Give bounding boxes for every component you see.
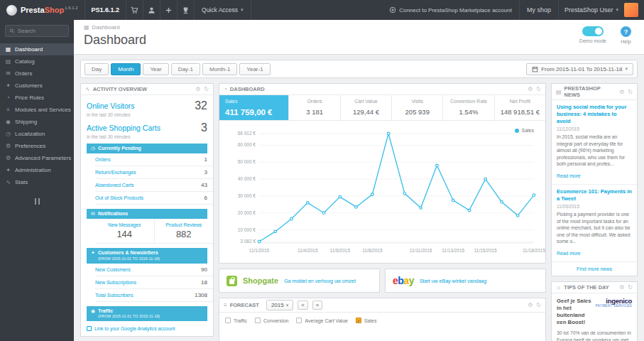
pending-row-out-of-stock[interactable]: Out of Stock Products6 xyxy=(95,192,213,205)
sidebar-item-preferences[interactable]: ⚙Preferences xyxy=(0,140,74,152)
panel-title: PRESTASHOP NEWS xyxy=(564,85,617,98)
date-range-picker[interactable]: From 2015-11-01 To 2015-11-18 ▾ xyxy=(526,63,633,75)
sidebar-item-administration[interactable]: ✦Administration xyxy=(0,164,74,176)
sidebar-item-orders[interactable]: ✉Orders xyxy=(0,67,74,80)
settings-icon[interactable]: ⚙ xyxy=(619,284,624,291)
panel-tools: ⚙ ↻ xyxy=(528,86,541,92)
panel-tools: ⚙ ↻ xyxy=(528,302,541,308)
sidebar-item-stats[interactable]: ∿Stats xyxy=(0,176,74,188)
refresh-icon[interactable]: ↻ xyxy=(204,86,209,92)
quick-access-menu[interactable]: Quick Access ▾ xyxy=(194,0,251,20)
forecast-year-select[interactable]: 2015 ▾ xyxy=(266,300,293,310)
panel-tools: ⚙ ↻ xyxy=(619,89,633,95)
customers-topbar-icon[interactable] xyxy=(143,0,160,20)
refresh-icon[interactable]: ↻ xyxy=(536,86,541,92)
forecast-legend: Traffic Conversion Average Cart Value ✓S… xyxy=(219,313,545,328)
range-button-year[interactable]: Year xyxy=(143,63,168,75)
kpi-orders[interactable]: Orders 3 181 xyxy=(289,95,340,120)
read-more-link[interactable]: Read more xyxy=(557,251,581,256)
panel-header: ≡ FORECAST 2015 ▾ « » ⚙ ↻ xyxy=(219,298,545,313)
settings-icon[interactable]: ⚙ xyxy=(195,86,200,92)
currently-pending-header: ◷ Currently Pending xyxy=(87,144,207,153)
sidebar-item-customers[interactable]: ✦Customers xyxy=(0,80,74,92)
shopgate-card[interactable]: Shopgate Ga mobiel en verhoog uw omzet xyxy=(219,269,380,293)
range-button-month[interactable]: Month xyxy=(111,63,141,75)
forecast-next-button[interactable]: » xyxy=(312,301,322,310)
forecast-legend-traffic[interactable]: Traffic xyxy=(225,318,247,323)
kpi-conversion-rate[interactable]: Conversion Rate 1.54% xyxy=(443,95,494,120)
pending-row-abandoned-carts[interactable]: Abandoned Carts43 xyxy=(95,179,213,192)
range-button-day-1[interactable]: Day-1 xyxy=(171,63,200,75)
forecast-legend-average-cart-value[interactable]: Average Cart Value xyxy=(296,318,347,323)
svg-text:3 082 €: 3 082 € xyxy=(240,239,256,244)
search-input[interactable] xyxy=(18,28,65,34)
sidebar-item-price-rules[interactable]: ◔Price Rules xyxy=(0,92,74,104)
forecast-legend-conversion[interactable]: Conversion xyxy=(255,318,288,323)
kpi-cart-value[interactable]: Cart Value 129,44 € xyxy=(341,95,392,120)
panel-title: ACTIVITY OVERVIEW xyxy=(93,86,147,92)
pending-row-returns[interactable]: Return/Exchanges3 xyxy=(95,166,213,179)
breadcrumb[interactable]: ▦ Dashboard xyxy=(84,24,634,31)
svg-text:60 000 €: 60 000 € xyxy=(238,142,256,147)
refresh-icon[interactable]: ↻ xyxy=(628,89,633,95)
online-visitors-link[interactable]: Online Visitors xyxy=(87,102,135,110)
range-button-month-1[interactable]: Month-1 xyxy=(202,63,237,75)
ebay-card[interactable]: ebay Start uw eBay-winkel vandaag xyxy=(385,269,546,293)
sidebar-item-advanced-parameters[interactable]: ⚙Advanced Parameters xyxy=(0,152,74,164)
read-more-link[interactable]: Read more xyxy=(557,173,581,178)
range-button-year-1[interactable]: Year-1 xyxy=(239,63,270,75)
tips-of-the-day-panel: ☼ TIPS OF THE DAY ⚙ ↻ Geef je Sales in h… xyxy=(551,281,638,341)
sales-line-chart: 66 912 €60 000 €50 000 €40 000 €30 000 €… xyxy=(219,124,545,259)
shopgate-logo-text: Shopgate xyxy=(243,276,278,285)
news-article-title[interactable]: Ecommerce 101: Payments in a Tweet xyxy=(557,188,632,202)
settings-icon[interactable]: ⚙ xyxy=(619,89,624,95)
pending-row-orders[interactable]: Orders1 xyxy=(95,153,213,166)
customers-row-new-subscriptions[interactable]: New Subscriptions18 xyxy=(95,276,213,289)
sidebar-item-localization[interactable]: ◷Localization xyxy=(0,128,74,140)
add-icon[interactable] xyxy=(160,0,177,20)
sidebar-collapse-button[interactable] xyxy=(0,195,74,207)
sidebar-item-modules[interactable]: ≡Modules and Services xyxy=(0,104,74,116)
forecast-panel: ≡ FORECAST 2015 ▾ « » ⚙ ↻ Traffic Conver xyxy=(219,298,546,341)
active-carts-link[interactable]: Active Shopping Carts xyxy=(87,124,160,132)
product-reviews-stat[interactable]: Product Reviews 882 xyxy=(155,219,214,243)
sidebar-item-catalog[interactable]: ▤Catalog xyxy=(0,55,74,67)
customers-row-total-subscribers[interactable]: Total Subscribers1308 xyxy=(95,289,213,302)
find-more-news-link[interactable]: Find more news xyxy=(552,262,637,276)
refresh-icon[interactable]: ↻ xyxy=(628,284,633,291)
help-icon[interactable]: ? xyxy=(621,26,631,37)
user-menu[interactable]: PrestaShop User ▾ xyxy=(558,0,624,20)
kpi-sales[interactable]: Sales 411 759,00 € xyxy=(219,95,289,120)
caret-down-icon: ▾ xyxy=(286,303,289,308)
sidebar-item-shipping[interactable]: ◉Shipping xyxy=(0,116,74,128)
settings-icon[interactable]: ⚙ xyxy=(528,86,533,92)
trophy-icon[interactable] xyxy=(177,0,194,20)
news-article-title[interactable]: Using social media for your business: 4 … xyxy=(557,104,632,124)
ebay-link[interactable]: Start uw eBay-winkel vandaag xyxy=(420,278,486,283)
help-block: ? Help xyxy=(621,26,631,44)
shopgate-link[interactable]: Ga mobiel en verhoog uw omzet xyxy=(284,278,356,283)
range-button-day[interactable]: Day xyxy=(84,63,109,75)
sidebar-item-dashboard[interactable]: ▦Dashboard xyxy=(0,43,74,55)
new-messages-stat[interactable]: New Messages 144 xyxy=(95,219,155,243)
kpi-visits[interactable]: Visits 205 939 xyxy=(392,95,443,120)
settings-icon[interactable]: ⚙ xyxy=(528,302,533,308)
customers-row-new-customers[interactable]: New Customers90 xyxy=(95,264,213,276)
avatar[interactable] xyxy=(624,3,638,17)
prestashop-logo[interactable]: PrestaShop1.6.1.2 xyxy=(0,0,84,20)
marketplace-link[interactable]: Connect to PrestaShop Marketplace accoun… xyxy=(382,0,519,20)
checkbox-icon xyxy=(225,318,231,323)
kpi-net-profit[interactable]: Net Profit 148 918,51 € xyxy=(495,95,545,120)
demo-mode-toggle[interactable] xyxy=(582,26,604,36)
google-analytics-link[interactable]: Link to your Google Analytics account xyxy=(87,326,207,331)
sidebar-item-label: Dashboard xyxy=(15,46,43,53)
sidebar-item-label: Shipping xyxy=(15,119,37,125)
chart-legend[interactable]: Sales xyxy=(515,128,534,133)
online-visitors-stat: Online Visitors 32 xyxy=(81,95,213,112)
forecast-prev-button[interactable]: « xyxy=(298,301,307,310)
forecast-legend-sales[interactable]: ✓Sales xyxy=(356,318,377,323)
cart-icon[interactable] xyxy=(126,0,143,20)
refresh-icon[interactable]: ↻ xyxy=(536,302,541,308)
my-shop-link[interactable]: My shop xyxy=(519,0,558,20)
gauge-icon: ◔ xyxy=(224,86,227,92)
